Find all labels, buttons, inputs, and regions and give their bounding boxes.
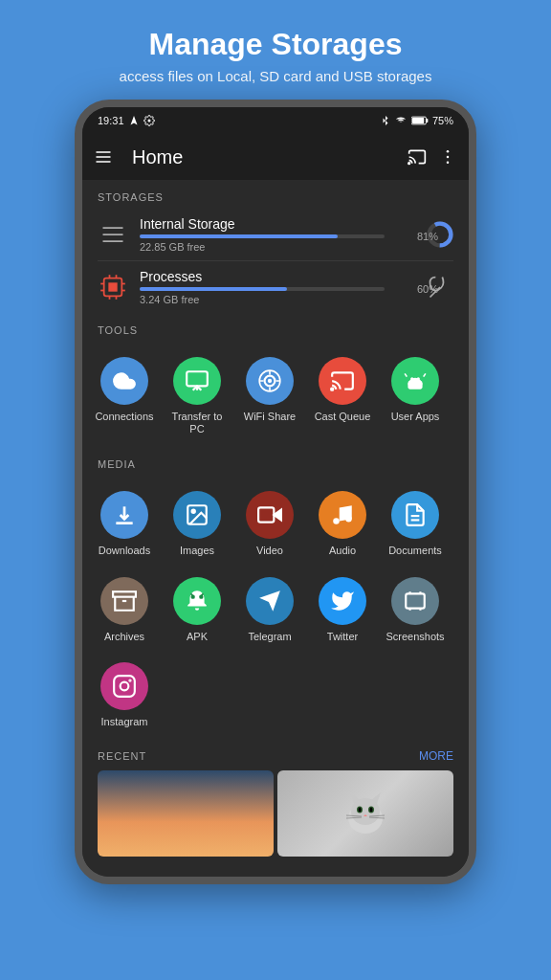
documents-icon-bg — [391, 491, 439, 539]
page-title: Manage Storages — [120, 27, 432, 62]
tool-downloads[interactable]: Downloads — [90, 483, 159, 565]
settings-icon — [143, 115, 155, 126]
internal-storage-percent: 81% — [417, 231, 438, 242]
svg-point-43 — [333, 519, 340, 525]
archives-label: Archives — [104, 631, 144, 643]
bluetooth-icon — [381, 115, 390, 126]
svg-point-40 — [192, 510, 195, 513]
tool-documents[interactable]: Documents — [381, 483, 450, 565]
video-icon-bg — [246, 491, 294, 539]
tool-twitter[interactable]: Twitter — [308, 569, 377, 651]
tool-audio[interactable]: Audio — [308, 483, 377, 565]
tools-grid: Connections Transfer to PC — [82, 342, 469, 447]
apk-icon — [185, 589, 209, 613]
tool-wifi-share[interactable]: WiFi Share — [235, 349, 304, 443]
svg-point-33 — [417, 377, 420, 380]
tool-cast-queue[interactable]: Cast Queue — [308, 349, 377, 443]
cast-icon[interactable] — [408, 147, 427, 167]
instagram-icon-bg — [100, 662, 148, 710]
audio-icon-bg — [319, 491, 366, 539]
svg-point-30 — [268, 379, 272, 383]
connections-icon-bg — [100, 357, 148, 405]
images-icon — [185, 502, 209, 527]
recent-label: RECENT — [98, 750, 146, 762]
status-right: 75% — [381, 115, 453, 126]
svg-point-63 — [359, 807, 362, 812]
video-label: Video — [256, 545, 283, 557]
audio-label: Audio — [329, 545, 356, 557]
svg-point-32 — [410, 377, 413, 380]
storage-lines-icon — [99, 221, 126, 248]
recent-image-sunset[interactable] — [98, 770, 274, 857]
cloud-icon — [112, 368, 137, 393]
svg-rect-36 — [408, 381, 422, 390]
media-section-label: MEDIA — [82, 447, 469, 476]
wifi-share-icon — [257, 368, 282, 393]
android-icon — [403, 368, 428, 393]
svg-marker-41 — [274, 510, 281, 521]
svg-point-64 — [370, 807, 373, 812]
svg-point-44 — [345, 516, 352, 523]
svg-line-35 — [424, 373, 426, 376]
internal-storage-item[interactable]: Internal Storage 81% 22.85 GB free — [82, 209, 469, 260]
svg-point-31 — [331, 389, 333, 390]
svg-point-11 — [447, 162, 450, 165]
app-bar-title: Home — [132, 146, 396, 168]
transfer-label: Transfer to PC — [166, 411, 228, 435]
status-left: 19:31 — [98, 115, 155, 126]
apk-icon-bg — [173, 577, 221, 625]
phone-content: STORAGES Internal Storage 81% 22.85 GB f… — [82, 180, 469, 877]
status-time: 19:31 — [98, 115, 124, 126]
tool-instagram[interactable]: Instagram — [90, 655, 159, 736]
tool-screenshots[interactable]: Screenshots — [381, 569, 450, 651]
images-label: Images — [180, 545, 214, 557]
cat-svg — [337, 785, 394, 842]
tools-section-label: TOOLS — [82, 313, 469, 342]
tool-user-apps[interactable]: User Apps — [381, 349, 450, 443]
svg-point-8 — [408, 163, 410, 165]
svg-point-1 — [147, 120, 150, 122]
apk-label: APK — [187, 631, 208, 643]
document-icon — [403, 502, 428, 527]
svg-rect-42 — [258, 508, 274, 523]
tool-video[interactable]: Video — [235, 483, 304, 565]
menu-icon[interactable] — [94, 147, 113, 167]
svg-point-56 — [129, 679, 130, 680]
overflow-menu-icon[interactable] — [438, 147, 457, 167]
bottom-spacer — [82, 857, 469, 872]
svg-point-55 — [121, 681, 129, 690]
connections-label: Connections — [95, 411, 153, 423]
tool-images[interactable]: Images — [163, 483, 231, 565]
internal-storage-name: Internal Storage — [140, 216, 415, 232]
processes-item[interactable]: Processes 60% 3.24 GB free — [82, 261, 469, 313]
internal-storage-fill — [140, 234, 338, 238]
monitor-icon — [185, 368, 209, 393]
archive-icon — [112, 589, 137, 613]
svg-rect-54 — [114, 676, 135, 697]
svg-rect-27 — [187, 371, 208, 386]
internal-storage-free: 22.85 GB free — [140, 241, 415, 253]
svg-marker-0 — [130, 116, 137, 125]
tool-transfer[interactable]: Transfer to PC — [163, 349, 231, 443]
page-header: Manage Storages access files on Local, S… — [100, 0, 452, 100]
documents-label: Documents — [388, 545, 442, 557]
wifi-share-label: WiFi Share — [244, 411, 296, 423]
cast-queue-icon — [330, 368, 355, 393]
app-bar-actions — [408, 147, 457, 167]
cast-queue-icon-bg — [319, 357, 366, 405]
tool-telegram[interactable]: Telegram — [235, 569, 304, 651]
sunset-thumbnail — [98, 770, 274, 857]
tool-connections[interactable]: Connections — [90, 349, 159, 443]
twitter-icon-bg — [319, 577, 366, 625]
recent-more-button[interactable]: MORE — [419, 749, 453, 763]
archives-icon-bg — [100, 577, 148, 625]
svg-line-34 — [405, 373, 407, 376]
downloads-label: Downloads — [99, 545, 150, 557]
cpu-icon — [99, 274, 126, 301]
transfer-icon-bg — [173, 357, 221, 405]
processes-fill — [140, 287, 287, 291]
recent-image-cat[interactable] — [277, 770, 453, 857]
internal-storage-details: Internal Storage 81% 22.85 GB free — [140, 216, 415, 253]
tool-archives[interactable]: Archives — [90, 569, 159, 651]
tool-apk[interactable]: APK — [163, 569, 231, 651]
